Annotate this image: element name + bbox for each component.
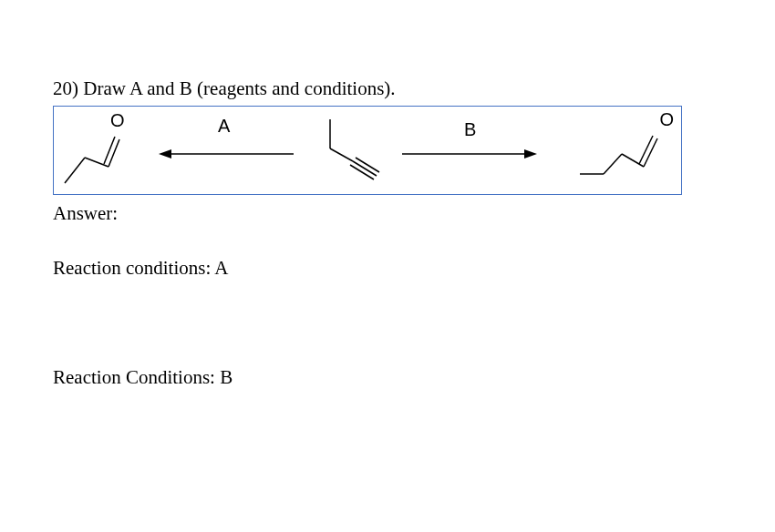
svg-line-14 xyxy=(604,154,622,174)
question-prompt: Draw A and B (reagents and conditions). xyxy=(83,77,395,99)
arrow-left-icon xyxy=(159,145,295,163)
oxygen-label-right: O xyxy=(659,109,674,130)
molecule-butyne xyxy=(318,116,387,194)
answer-label: Answer: xyxy=(53,202,722,225)
svg-line-3 xyxy=(104,137,115,164)
butanal-structure-icon xyxy=(576,114,672,187)
svg-line-17 xyxy=(639,136,653,164)
reagent-label-a: A xyxy=(218,116,230,137)
reaction-conditions-a: Reaction conditions: A xyxy=(53,257,722,280)
reaction-conditions-b: Reaction Conditions: B xyxy=(53,366,722,389)
svg-marker-12 xyxy=(524,149,537,159)
arrow-left xyxy=(159,145,295,169)
svg-line-2 xyxy=(108,139,119,167)
svg-line-0 xyxy=(65,158,85,183)
reaction-diagram-box: O A B xyxy=(53,106,682,195)
oxygen-label-left: O xyxy=(110,110,125,131)
question-text: 20) Draw A and B (reagents and condition… xyxy=(53,77,722,100)
svg-marker-5 xyxy=(159,149,171,159)
reagent-label-b: B xyxy=(464,119,476,140)
arrow-right xyxy=(400,145,537,169)
butyne-structure-icon xyxy=(318,116,387,189)
svg-line-16 xyxy=(644,138,657,167)
question-number: 20) xyxy=(53,77,78,99)
svg-line-7 xyxy=(330,148,353,161)
arrow-right-icon xyxy=(400,145,537,163)
molecule-butanal xyxy=(576,114,672,192)
